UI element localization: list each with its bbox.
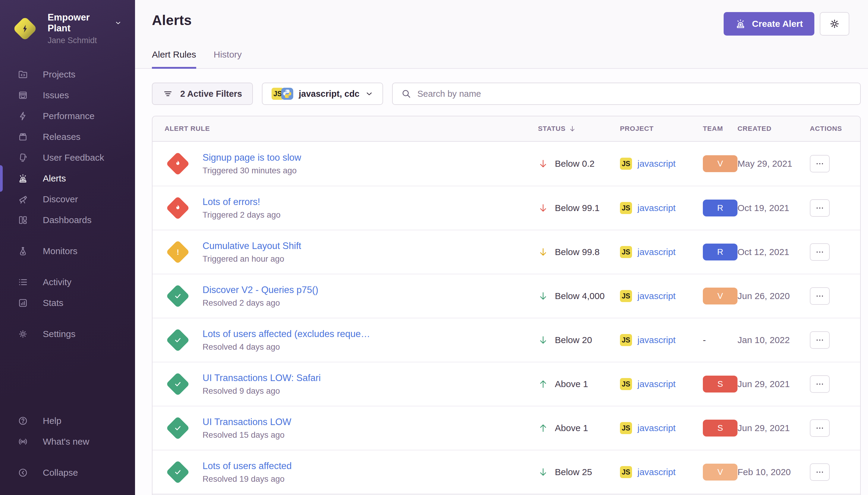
alert-rule-link[interactable]: Discover V2 - Queries p75() [203,285,318,295]
table-footer-strip [153,494,860,495]
sidebar-item-whats-new[interactable]: What's new [0,431,135,452]
sidebar-item-label: User Feedback [43,153,104,163]
team-cell: S [703,376,737,393]
more-actions-button[interactable] [810,199,830,217]
more-actions-button[interactable] [810,243,830,261]
sidebar-item-stats[interactable]: Stats [0,292,135,313]
project-cell: JS javascript [620,290,703,302]
sidebar-item-help[interactable]: Help [0,410,135,431]
project-link[interactable]: javascript [638,291,676,301]
project-link[interactable]: javascript [638,467,676,477]
flame-icon [174,204,182,212]
org-switcher[interactable]: Empower Plant Jane Schmidt [0,12,135,45]
table-row: UI Transactions LOW Resolved 15 days ago… [153,406,860,450]
created-date: May 29, 2021 [737,158,810,169]
more-actions-button[interactable] [810,419,830,437]
arrow-down-icon [538,335,548,345]
project-link[interactable]: javascript [638,247,676,257]
sidebar-item-issues[interactable]: Issues [0,85,135,105]
team-badge: S [703,420,737,437]
arrow-down-icon [538,247,548,257]
team-badge: V [703,464,737,480]
alert-severity-icon [166,460,190,484]
project-link[interactable]: javascript [638,203,676,213]
lightning-bolt-icon [20,23,30,34]
arrow-down-icon [538,203,548,213]
more-actions-button[interactable] [810,155,830,172]
issues-icon [15,90,31,100]
actions-cell [810,375,848,393]
team-badge: S [703,376,737,393]
sidebar-item-releases[interactable]: Releases [0,126,135,147]
project-cell: JS javascript [620,334,703,346]
alert-settings-button[interactable] [820,12,849,36]
status-value: Below 4,000 [555,291,605,301]
python-platform-icon [281,88,293,100]
more-actions-button[interactable] [810,463,830,481]
create-alert-button[interactable]: Create Alert [724,12,814,36]
user-name: Jane Schmidt [48,36,122,45]
project-cell: JS javascript [620,158,703,170]
project-selector[interactable]: JS javascript, cdc [262,83,383,105]
check-icon [174,424,182,432]
alert-rule-link[interactable]: Cumulative Layout Shift [203,241,301,252]
siren-icon [735,18,746,29]
project-link[interactable]: javascript [638,379,676,389]
column-header-status[interactable]: Status [538,125,620,133]
alert-rule-link[interactable]: Lots of errors! [203,197,281,207]
ellipsis-icon [815,204,824,212]
alert-rule-link[interactable]: UI Transactions LOW [203,416,292,427]
sidebar-item-monitors[interactable]: Monitors [0,241,135,261]
sidebar-item-label: Stats [43,298,63,308]
sidebar-item-settings[interactable]: Settings [0,323,135,344]
tab-alert-rules[interactable]: Alert Rules [152,49,196,69]
sidebar-item-performance[interactable]: Performance [0,105,135,126]
alert-severity-icon [166,372,190,396]
alert-rule-link[interactable]: UI Transactions LOW: Safari [203,373,321,383]
more-actions-button[interactable] [810,331,830,349]
project-cell: JS javascript [620,202,703,214]
actions-cell [810,331,848,349]
status-cell: Below 99.1 [538,203,620,213]
alert-rule-subtitle: Resolved 19 days ago [203,474,292,484]
arrow-up-icon [538,423,548,433]
sidebar-item-label: Discover [43,194,78,204]
project-link[interactable]: javascript [638,335,676,345]
sidebar: Empower Plant Jane Schmidt Projects Issu… [0,0,135,495]
actions-cell [810,243,848,261]
sidebar-item-collapse[interactable]: Collapse [0,462,135,483]
tab-history[interactable]: History [214,49,242,69]
sidebar-item-discover[interactable]: Discover [0,189,135,209]
sidebar-item-label: Projects [43,69,75,80]
search-input[interactable] [417,89,852,99]
table-body: Signup page is too slow Triggered 30 min… [153,142,860,494]
sidebar-item-projects[interactable]: Projects [0,64,135,85]
sidebar-item-user-feedback[interactable]: User Feedback [0,147,135,168]
alert-rule-link[interactable]: Lots of users affected [203,461,292,472]
created-date: Jun 29, 2021 [737,423,810,433]
sidebar-item-dashboards[interactable]: Dashboards [0,209,135,230]
actions-cell [810,199,848,217]
alert-rule-subtitle: Triggered 2 days ago [203,210,281,220]
column-header-team: Team [703,125,737,133]
project-link[interactable]: javascript [638,423,676,433]
more-actions-button[interactable] [810,375,830,393]
sidebar-item-alerts[interactable]: Alerts [0,168,135,189]
actions-cell [810,155,848,172]
alert-rule-link[interactable]: Signup page is too slow [203,152,301,163]
active-filters-button[interactable]: 2 Active Filters [152,83,253,105]
alert-rule-link[interactable]: Lots of users affected (excludes reque… [203,329,370,339]
column-header-project: Project [620,125,703,133]
project-selector-label: javascript, cdc [299,89,360,99]
created-date: Jan 10, 2022 [737,335,810,345]
status-value: Above 1 [555,379,588,389]
sidebar-item-activity[interactable]: Activity [0,272,135,292]
status-value: Above 1 [555,423,588,433]
sidebar-item-label: Monitors [43,246,77,256]
status-cell: Below 0.2 [538,158,620,169]
project-link[interactable]: javascript [638,158,676,169]
sidebar-item-label: Dashboards [43,215,92,225]
projects-icon [15,69,31,80]
more-actions-button[interactable] [810,287,830,305]
search-icon [401,89,411,99]
